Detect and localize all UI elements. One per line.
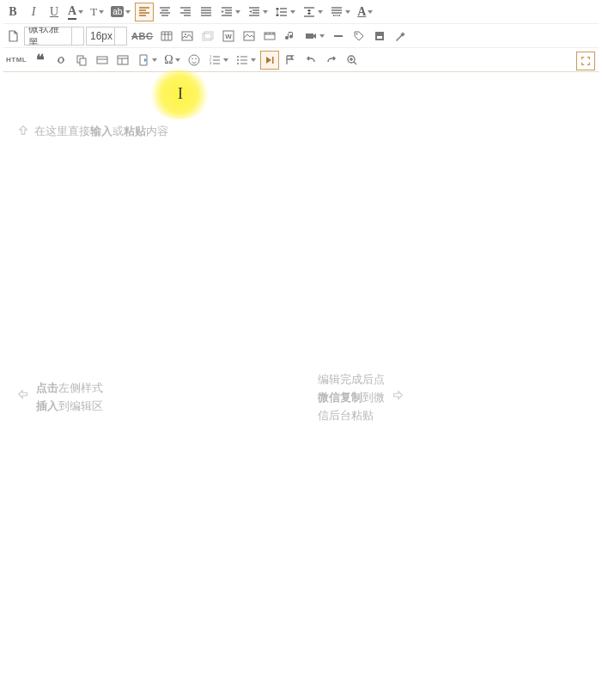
skip-end-icon (263, 53, 277, 67)
hint-left: 点击左侧样式 插入到编辑区 (17, 380, 103, 416)
word-icon: W (222, 29, 235, 43)
card-button[interactable] (93, 51, 112, 70)
italic-button[interactable]: I (24, 3, 43, 21)
align-justify-button[interactable] (197, 3, 216, 21)
audio-button[interactable] (281, 27, 300, 46)
html-source-button[interactable]: HTML (3, 51, 29, 70)
document-icon (6, 29, 20, 43)
letter-spacing-icon (330, 5, 344, 19)
line-height-button[interactable] (272, 3, 298, 21)
fullscreen-button[interactable] (576, 52, 595, 70)
align-right-button[interactable] (176, 3, 195, 21)
toolbar-row-3: HTML ❝ Ω 123 (3, 50, 599, 72)
letter-spacing-button[interactable] (327, 3, 353, 21)
zoom-button[interactable] (343, 51, 362, 70)
line-height-icon (275, 5, 289, 19)
zoom-icon (345, 53, 359, 67)
music-note-icon (283, 29, 297, 43)
image-icon (180, 29, 194, 43)
align-left-button[interactable] (135, 3, 154, 21)
emoji-button[interactable] (185, 51, 204, 70)
layout-icon (116, 53, 130, 67)
unordered-list-icon (235, 53, 249, 67)
underline-button[interactable]: U (45, 3, 64, 21)
redo-button[interactable] (322, 51, 341, 70)
video-button[interactable] (260, 27, 279, 46)
picture-icon (242, 29, 256, 43)
film-icon (263, 29, 277, 43)
arrow-right-icon (392, 389, 404, 407)
word-import-button[interactable]: W (219, 27, 238, 46)
editor-canvas[interactable]: 在这里直接输入或粘贴内容 点击左侧样式 插入到编辑区 编辑完成后点 微信复制到微… (0, 74, 602, 700)
multi-image-button[interactable] (198, 27, 217, 46)
table-button[interactable] (157, 27, 176, 46)
bold-button[interactable]: B (3, 3, 22, 21)
undo-icon (304, 53, 318, 67)
symbol-button[interactable]: Ω (161, 51, 182, 70)
link-button[interactable] (52, 51, 70, 70)
image-button[interactable] (178, 27, 197, 46)
indent-left-button[interactable] (245, 3, 271, 21)
unordered-list-button[interactable] (233, 51, 258, 70)
svg-point-17 (192, 58, 193, 59)
hr-button[interactable] (329, 27, 348, 46)
flag-icon (283, 53, 297, 67)
indent-right-button[interactable] (217, 3, 243, 21)
copy-icon (75, 53, 88, 67)
blockquote-button[interactable]: ❝ (31, 51, 50, 70)
link-icon (54, 53, 68, 67)
template-button[interactable] (370, 27, 389, 46)
template-icon (373, 29, 386, 43)
font-color-button[interactable]: A (65, 3, 86, 21)
svg-point-22 (237, 56, 239, 58)
svg-point-18 (195, 58, 197, 59)
table-icon (160, 29, 173, 43)
svg-text:W: W (226, 33, 233, 40)
camera-button[interactable] (301, 27, 327, 46)
svg-rect-15 (118, 56, 128, 64)
editor-placeholder: 在这里直接输入或粘贴内容 (17, 124, 168, 139)
undo-button[interactable] (301, 51, 320, 70)
redo-icon (325, 53, 338, 67)
new-doc-button[interactable] (3, 27, 22, 46)
align-center-icon (158, 5, 172, 19)
font-family-select[interactable]: 微软雅黑 (24, 27, 72, 46)
font-size-caret[interactable] (115, 27, 127, 46)
camera-icon (304, 29, 318, 43)
svg-point-23 (237, 59, 239, 61)
page-arrow-icon (137, 53, 150, 67)
bg-color-button[interactable]: ab (108, 3, 133, 21)
strikethrough-button[interactable]: ABC (129, 27, 155, 46)
svg-text:3: 3 (210, 61, 212, 65)
text-case-button[interactable]: T (88, 3, 106, 21)
tag-button[interactable] (350, 27, 368, 46)
align-left-icon (137, 5, 151, 19)
flag-button[interactable] (281, 51, 300, 70)
eyedropper-button[interactable] (391, 27, 410, 46)
images-icon (201, 29, 215, 43)
clear-format-button[interactable]: A (355, 3, 375, 21)
align-right-icon (179, 5, 192, 19)
tag-icon (352, 29, 366, 43)
fullscreen-icon (580, 55, 592, 67)
svg-rect-25 (272, 57, 274, 64)
svg-rect-14 (97, 57, 107, 64)
card-icon (95, 53, 109, 67)
align-center-button[interactable] (155, 3, 174, 21)
copy-button[interactable] (72, 51, 91, 70)
paragraph-spacing-button[interactable] (300, 3, 325, 21)
skip-end-button[interactable] (260, 51, 279, 70)
font-family-caret[interactable] (72, 27, 84, 46)
svg-point-1 (185, 33, 186, 35)
indent-left-icon (247, 5, 261, 19)
ordered-list-button[interactable]: 123 (205, 51, 231, 70)
arrow-left-icon (17, 388, 29, 406)
layout-button[interactable] (113, 51, 132, 70)
font-size-select[interactable]: 16px (86, 27, 115, 46)
wand-icon (393, 29, 407, 43)
hint-right: 编辑完成后点 微信复制到微 信后台粘贴 (318, 371, 404, 424)
save-style-button[interactable] (134, 51, 160, 70)
indent-right-icon (220, 5, 234, 19)
insert-pic-button[interactable] (240, 27, 258, 46)
align-justify-icon (199, 5, 213, 19)
